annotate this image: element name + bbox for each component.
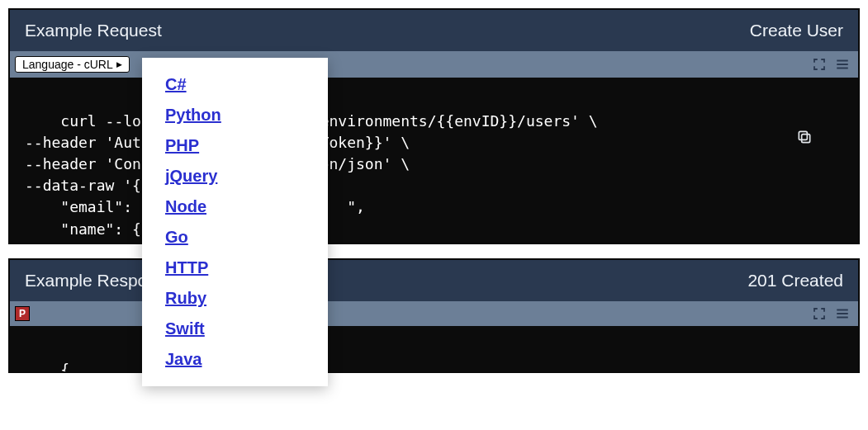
caret-right-icon: ▶ <box>116 61 122 69</box>
language-selector-label: Language - cURL <box>22 58 113 71</box>
svg-rect-4 <box>799 132 807 140</box>
expand-icon[interactable] <box>812 306 827 321</box>
request-subbar-icons <box>812 57 850 72</box>
language-dropdown: C# Python PHP jQuery Node Go HTTP Ruby S… <box>142 58 328 373</box>
dropdown-item-jquery[interactable]: jQuery <box>142 161 328 191</box>
parsed-badge[interactable]: P <box>15 306 30 321</box>
example-request-panel: Example Request Create User Language - c… <box>8 8 860 244</box>
dropdown-item-java[interactable]: Java <box>142 344 328 373</box>
response-subbar-icons <box>812 306 850 321</box>
language-selector[interactable]: Language - cURL ▶ <box>15 56 130 73</box>
dropdown-item-php[interactable]: PHP <box>142 130 328 161</box>
request-title-left: Example Request <box>25 21 162 40</box>
request-titlebar: Example Request Create User <box>10 10 858 51</box>
copy-icon[interactable] <box>796 86 850 188</box>
menu-icon[interactable] <box>835 306 850 321</box>
dropdown-item-ruby[interactable]: Ruby <box>142 283 328 314</box>
example-response-panel: Example Response 201 Created P { <box>8 258 860 373</box>
request-subbar: Language - cURL ▶ <box>10 51 858 78</box>
dropdown-item-swift[interactable]: Swift <box>142 314 328 344</box>
dropdown-item-node[interactable]: Node <box>142 191 328 222</box>
response-subbar: P <box>10 301 858 326</box>
svg-rect-3 <box>802 135 810 143</box>
response-code-text: { <box>60 361 69 371</box>
response-titlebar: Example Response 201 Created <box>10 260 858 301</box>
dropdown-item-csharp[interactable]: C# <box>142 69 328 100</box>
copy-icon[interactable] <box>796 334 850 371</box>
dropdown-item-http[interactable]: HTTP <box>142 253 328 283</box>
response-title-right: 201 Created <box>747 271 843 291</box>
request-code-block: curl --location '{{apiPath}}/environment… <box>10 78 858 243</box>
expand-icon[interactable] <box>812 57 827 72</box>
dropdown-item-go[interactable]: Go <box>142 222 328 253</box>
menu-icon[interactable] <box>835 57 850 72</box>
dropdown-item-python[interactable]: Python <box>142 100 328 130</box>
request-title-right: Create User <box>750 21 843 40</box>
response-code-block: { <box>10 326 858 371</box>
